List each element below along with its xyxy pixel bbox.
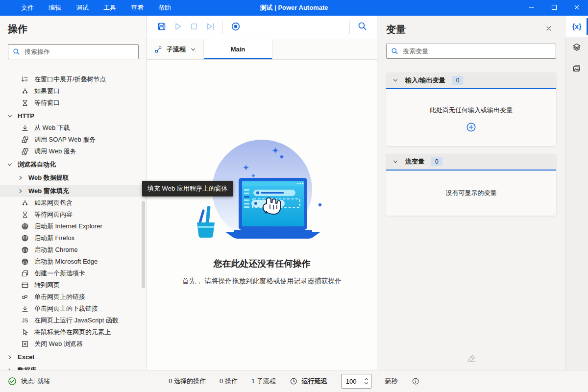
action-item[interactable]: 单击网页上的下载链接 xyxy=(0,303,147,315)
action-item[interactable]: 如果窗口 xyxy=(0,85,147,97)
recorder-button[interactable] xyxy=(227,19,244,35)
search-icon xyxy=(13,48,20,55)
action-group-label: 浏览器自动化 xyxy=(18,160,56,169)
empty-state: 您在此处还没有任何操作 首先， 请将操作拖放到此窗格或使用记录器捕获操作 xyxy=(147,133,377,286)
minimize-button[interactable] xyxy=(520,0,543,16)
minimize-icon xyxy=(528,3,536,13)
action-item[interactable]: 等待窗口 xyxy=(0,97,147,109)
menu-tools[interactable]: 工具 xyxy=(96,0,123,16)
action-item[interactable]: 单击网页上的链接 xyxy=(0,291,147,303)
tab-ui-elements[interactable] xyxy=(565,37,588,59)
run-button[interactable] xyxy=(170,19,186,35)
io-variables-label: 输入/输出变量 xyxy=(405,76,445,85)
action-item-label: 关闭 Web 浏览器 xyxy=(34,340,83,348)
browser-window-icon xyxy=(21,281,29,290)
save-button[interactable] xyxy=(153,19,170,35)
tab-variables[interactable]: {x} xyxy=(565,16,588,37)
flow-variables-label: 流变量 xyxy=(405,157,424,166)
tab-main[interactable]: Main xyxy=(204,39,272,59)
stepper-down-button[interactable] xyxy=(364,382,368,385)
action-item[interactable]: 如果网页包含 xyxy=(0,197,147,209)
menu-help[interactable]: 帮助 xyxy=(151,0,178,16)
action-item[interactable]: 启动新 Firefox xyxy=(0,232,147,244)
designer-search-button[interactable] xyxy=(354,19,370,35)
action-item[interactable]: 将鼠标悬停在网页的元素上 xyxy=(0,326,147,338)
tab-images[interactable] xyxy=(565,59,588,80)
action-item[interactable]: 创建一个新选项卡 xyxy=(0,268,147,279)
run-next-action-button[interactable] xyxy=(202,19,218,35)
action-item-label: 启动新 Chrome xyxy=(34,245,78,254)
chevron-down-icon xyxy=(392,77,398,83)
actions-panel-title: 操作 xyxy=(8,23,139,36)
action-group[interactable]: 浏览器自动化 xyxy=(0,158,147,171)
globe-icon xyxy=(21,234,29,243)
flow-variables-empty-text: 没有可显示的变量 xyxy=(446,189,497,197)
action-item[interactable]: 在窗口中展开/折叠树节点 xyxy=(0,74,147,85)
close-icon xyxy=(545,25,552,34)
action-item-label: 启动新 Firefox xyxy=(34,234,74,243)
action-group-label: 数据库 xyxy=(18,366,37,370)
download-icon xyxy=(21,123,29,132)
selected-actions-count: 0 选择的操作 xyxy=(169,377,206,386)
menu-file[interactable]: 文件 xyxy=(14,0,41,16)
run-delay-stepper[interactable] xyxy=(341,374,371,389)
subflow-icon xyxy=(154,46,162,53)
maximize-icon xyxy=(550,3,558,13)
flow-variables-header[interactable]: 流变量 0 xyxy=(386,154,556,171)
titlebar: 文件 编辑 调试 工具 查看 帮助 测试 | Power Automate xyxy=(0,0,588,16)
io-variables-header[interactable]: 输入/输出变量 0 xyxy=(386,73,556,89)
toolbar-divider xyxy=(222,21,223,34)
action-item[interactable]: JS在网页上运行 JavaScript 函数 xyxy=(0,315,147,326)
hourglass-icon xyxy=(21,98,29,107)
action-group[interactable]: Web 数据提取 xyxy=(0,172,147,184)
variables-panel-close-button[interactable] xyxy=(541,22,556,37)
variables-search-input[interactable] xyxy=(403,48,551,55)
menu-edit[interactable]: 编辑 xyxy=(41,0,69,16)
chevron-down-icon xyxy=(392,159,398,165)
action-item[interactable]: 启动新 Microsoft Edge xyxy=(0,256,147,268)
search-icon xyxy=(391,48,398,55)
action-group[interactable]: Excel xyxy=(0,351,147,363)
action-item-label: 将鼠标悬停在网页的元素上 xyxy=(34,328,111,337)
action-item[interactable]: 转到网页 xyxy=(0,279,147,291)
action-group[interactable]: HTTP xyxy=(0,110,147,122)
maximize-button[interactable] xyxy=(543,0,565,16)
action-item[interactable]: 关闭 Web 浏览器 xyxy=(0,338,147,350)
action-group[interactable]: Web 窗体填充 xyxy=(0,185,147,197)
download-icon xyxy=(21,304,29,313)
action-item[interactable]: 启动新 Internet Explorer xyxy=(0,220,147,232)
run-delay-input[interactable] xyxy=(342,378,358,385)
menu-view[interactable]: 查看 xyxy=(123,0,151,16)
close-button[interactable] xyxy=(565,0,588,16)
action-item[interactable]: 调用 Web 服务 xyxy=(0,146,147,157)
layers-icon xyxy=(572,43,581,53)
stop-button[interactable] xyxy=(186,19,202,35)
action-tooltip: 填充 Web 应用程序上的窗体 xyxy=(142,181,233,196)
add-variable-button[interactable] xyxy=(466,122,476,132)
stepper-up-button[interactable] xyxy=(364,378,368,381)
action-item-label: 调用 SOAP Web 服务 xyxy=(34,135,96,144)
actions-search-input[interactable] xyxy=(24,48,134,55)
chevron-down-icon xyxy=(7,162,13,168)
actions-search-box[interactable] xyxy=(8,44,139,59)
actions-scrollbar[interactable] xyxy=(142,201,145,288)
clock-icon xyxy=(290,377,297,385)
save-icon xyxy=(157,22,167,33)
subflows-dropdown[interactable]: 子流程 xyxy=(147,39,203,59)
action-item-label: 如果网页包含 xyxy=(34,198,73,207)
action-item[interactable]: 从 Web 下载 xyxy=(0,122,147,134)
action-item[interactable]: 调用 SOAP Web 服务 xyxy=(0,134,147,146)
window-title: 测试 | Power Automate xyxy=(260,3,328,12)
action-group[interactable]: 数据库 xyxy=(0,364,147,370)
workspace-canvas[interactable]: 您在此处还没有任何操作 首先， 请将操作拖放到此窗格或使用记录器捕获操作 xyxy=(147,60,377,370)
action-item-label: 启动新 Microsoft Edge xyxy=(34,257,98,266)
variables-icon: {x} xyxy=(572,23,582,30)
close-browser-icon xyxy=(21,340,29,348)
variables-search-box[interactable] xyxy=(386,44,556,59)
menu-debug[interactable]: 调试 xyxy=(69,0,96,16)
new-tab-icon xyxy=(21,269,29,278)
chevron-right-icon xyxy=(18,175,24,181)
action-item[interactable]: 启动新 Chrome xyxy=(0,244,147,256)
action-item[interactable]: 等待网页内容 xyxy=(0,209,147,220)
flow-variables-section: 流变量 0 没有可显示的变量 xyxy=(386,154,556,216)
